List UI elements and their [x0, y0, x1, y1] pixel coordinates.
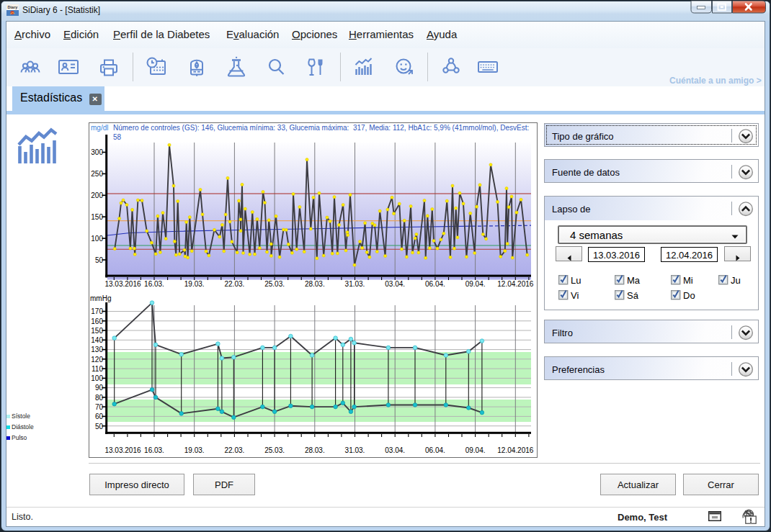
svg-text:09.04.: 09.04. — [465, 280, 486, 288]
svg-text:250: 250 — [91, 170, 103, 178]
svg-text:100: 100 — [91, 235, 103, 243]
svg-text:31.03.: 31.03. — [345, 280, 365, 288]
svg-text:12.04.2016: 12.04.2016 — [497, 446, 533, 454]
svg-text:12.04.2016: 12.04.2016 — [497, 280, 533, 288]
svg-text:120: 120 — [91, 356, 103, 364]
svg-text:13.03.2016: 13.03.2016 — [104, 280, 141, 288]
svg-text:19.03.: 19.03. — [184, 446, 205, 454]
svg-text:200: 200 — [91, 191, 103, 199]
svg-text:06.04.: 06.04. — [425, 446, 445, 454]
svg-text:mmHg: mmHg — [90, 294, 111, 302]
svg-text:06.04.: 06.04. — [425, 280, 445, 288]
svg-text:16.03.: 16.03. — [144, 280, 164, 288]
svg-text:130: 130 — [91, 346, 103, 353]
svg-text:22.03.: 22.03. — [224, 280, 244, 288]
svg-text:03.04.: 03.04. — [385, 446, 405, 454]
svg-text:300: 300 — [91, 148, 103, 156]
svg-text:28.03.: 28.03. — [305, 446, 325, 454]
svg-text:150: 150 — [91, 213, 103, 221]
svg-text:170: 170 — [91, 307, 103, 315]
svg-text:22.03.: 22.03. — [224, 446, 244, 454]
svg-text:28.03.: 28.03. — [305, 280, 325, 288]
svg-text:160: 160 — [91, 317, 103, 325]
svg-text:16.03.: 16.03. — [144, 446, 164, 454]
svg-text:100: 100 — [91, 374, 103, 382]
svg-text:09.04.: 09.04. — [465, 446, 486, 454]
svg-text:25.03.: 25.03. — [264, 446, 285, 454]
svg-text:140: 140 — [91, 336, 103, 344]
svg-text:03.04.: 03.04. — [385, 280, 405, 288]
svg-text:110: 110 — [92, 365, 103, 373]
svg-text:31.03.: 31.03. — [345, 446, 365, 454]
svg-text:150: 150 — [91, 327, 103, 335]
svg-text:Diary: Diary — [8, 5, 19, 9]
svg-text:25.03.: 25.03. — [264, 280, 285, 288]
svg-text:13.03.2016: 13.03.2016 — [104, 446, 141, 454]
svg-text:19.03.: 19.03. — [184, 280, 205, 288]
